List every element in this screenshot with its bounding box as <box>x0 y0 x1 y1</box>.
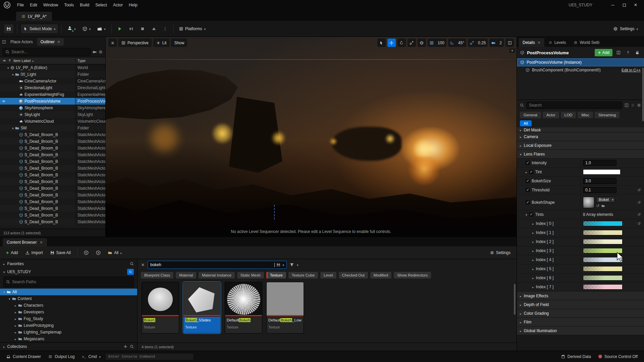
expander-icon[interactable] <box>532 276 534 280</box>
tree-item-content[interactable]: Content <box>0 295 137 302</box>
grid-snap-control[interactable]: 100 <box>428 39 446 47</box>
outliner-settings-icon[interactable] <box>99 50 103 54</box>
search-icon[interactable] <box>130 262 134 266</box>
tint-color-bar[interactable] <box>583 221 623 226</box>
intensity-input[interactable]: 1.0 <box>583 160 616 166</box>
filter-checked-out[interactable]: Checked Out <box>339 272 368 279</box>
component-instance-row[interactable]: PostProcessVolume (Instance) <box>517 58 644 66</box>
display-options-icon[interactable] <box>625 103 629 107</box>
expander-icon[interactable] <box>15 330 16 335</box>
settings-dropdown[interactable]: Settings <box>610 24 641 34</box>
source-control-button[interactable]: Source Control Off <box>595 351 641 362</box>
pin-icon[interactable] <box>8 59 11 62</box>
grid-snap-value[interactable]: 100 <box>436 39 446 47</box>
close-icon[interactable] <box>40 241 43 244</box>
menu-file[interactable]: File <box>14 0 27 10</box>
tint-color-bar[interactable] <box>583 275 623 281</box>
move-tool-button[interactable] <box>387 39 396 47</box>
section-local-exposure[interactable]: Local Exposure <box>517 141 644 150</box>
filter-static-mesh[interactable]: Static Mesh <box>237 272 264 279</box>
close-button[interactable] <box>630 0 641 10</box>
play-options-button[interactable] <box>160 24 170 34</box>
tint-color-bar[interactable] <box>583 239 623 244</box>
use-selected-icon[interactable] <box>596 203 599 208</box>
tree-item-characters[interactable]: Characters <box>0 302 137 309</box>
section-color-grading[interactable]: Color Grading <box>517 309 644 318</box>
tint-color-bar[interactable] <box>583 266 623 272</box>
table-row[interactable]: S_Dead_Broom_BStaticMeshActor <box>0 185 105 192</box>
table-row[interactable]: S_Dead_Broom_BStaticMeshActor <box>0 205 105 212</box>
search-icon[interactable] <box>130 345 134 349</box>
close-icon[interactable] <box>537 41 541 44</box>
table-row[interactable]: SkyAtmosphereSkyAtmosphere <box>0 105 105 111</box>
table-row[interactable]: S_Dead_Broom_BStaticMeshActor <box>0 131 105 138</box>
scrollbar[interactable] <box>642 68 644 121</box>
table-row[interactable]: CineCameraActorCineCameraActor <box>0 78 105 84</box>
table-row[interactable]: VolumetricCloudVolumetricCloud <box>0 118 105 125</box>
reset-icon[interactable] <box>636 212 642 217</box>
tree-item-developers[interactable]: Developers <box>0 309 137 315</box>
bokeh-size-input[interactable]: 3.0 <box>583 178 616 184</box>
help-icon[interactable] <box>625 49 631 56</box>
asset-search-field[interactable] <box>148 261 287 269</box>
content-settings-button[interactable]: Settings <box>487 248 513 257</box>
browse-icon[interactable] <box>615 49 622 56</box>
override-checkbox[interactable] <box>526 188 530 192</box>
tab-place-actors[interactable]: Place Actors <box>7 38 36 46</box>
table-row[interactable]: DirectionalLightDirectionalLight <box>0 84 105 91</box>
scale-tool-button[interactable] <box>408 39 416 47</box>
table-row[interactable]: SMFolder <box>0 125 105 131</box>
stop-button[interactable] <box>138 24 148 34</box>
menu-help[interactable]: Help <box>126 0 141 10</box>
table-row[interactable]: 00_LightFolder <box>0 71 105 78</box>
table-row[interactable]: S_Dead_Broom_BStaticMeshActor <box>0 165 105 172</box>
table-row[interactable]: S_Dead_Broom_BStaticMeshActor <box>0 198 105 205</box>
reset-icon[interactable] <box>636 188 642 192</box>
paths-search-field[interactable] <box>3 277 134 287</box>
override-checkbox[interactable] <box>526 200 530 204</box>
table-row[interactable]: S_Dead_Broom_BStaticMeshActor <box>0 219 105 225</box>
menu-select[interactable]: Select <box>92 0 110 10</box>
edit-in-cpp-link[interactable]: Edit in C++ <box>622 68 641 72</box>
rotation-snap-control[interactable]: 45° <box>448 39 466 47</box>
section-dirt-mask[interactable]: Dirt Mask <box>517 127 644 132</box>
table-row[interactable]: S_Dead_Broom_BStaticMeshActor <box>0 212 105 219</box>
chevron-down-icon[interactable] <box>297 262 299 267</box>
content-drawer-button[interactable]: Content Drawer <box>3 351 44 362</box>
perspective-dropdown[interactable]: Perspective <box>118 39 152 47</box>
import-button[interactable]: Import <box>23 248 46 257</box>
expander-icon[interactable] <box>15 310 16 314</box>
threshold-input[interactable]: 0.1 <box>583 187 616 193</box>
save-all-button[interactable]: Save All <box>48 248 73 257</box>
outliner-filter-icon[interactable] <box>93 50 97 54</box>
eye-icon[interactable] <box>3 59 6 62</box>
filter-material-instance[interactable]: Material Instance <box>199 272 235 279</box>
table-row[interactable]: ExponentialHeightFogExponentialHeightFog <box>0 91 105 98</box>
column-type[interactable]: Type <box>75 59 105 63</box>
tint-color-bar[interactable] <box>583 257 623 262</box>
favorites-header[interactable]: Favorites <box>0 260 137 268</box>
minimize-button[interactable] <box>607 0 619 10</box>
scrollbar[interactable] <box>514 284 516 315</box>
expander-icon[interactable] <box>526 170 527 174</box>
brush-component-row[interactable]: BrushComponent (BrushComponent0) Edit in… <box>517 66 644 74</box>
tab-levels[interactable]: Levels <box>545 38 570 47</box>
expander-icon[interactable] <box>532 230 534 235</box>
filter-texture[interactable]: Texture <box>266 272 286 279</box>
details-search-field[interactable] <box>526 102 622 109</box>
outliner-search-input[interactable] <box>11 50 88 54</box>
section-film[interactable]: Film <box>517 318 644 326</box>
asset-tile-defaultbokeh-low[interactable]: DefaultBokeh_Low Texture <box>266 282 304 334</box>
section-image-effects[interactable]: Image Effects <box>517 292 644 300</box>
path-search-toggle[interactable] <box>127 269 134 275</box>
cinematics-dropdown[interactable] <box>95 24 108 34</box>
cat-actor[interactable]: Actor <box>543 112 559 118</box>
section-depth-of-field[interactable]: Depth of Field <box>517 300 644 309</box>
select-tool-button[interactable] <box>377 39 386 47</box>
camera-speed-value[interactable]: 2 <box>497 39 504 47</box>
details-search-input[interactable] <box>529 103 620 108</box>
filter-level[interactable]: Level <box>320 272 336 279</box>
override-checkbox[interactable] <box>526 161 530 165</box>
tint-color-bar[interactable] <box>583 248 623 253</box>
tint-color-bar[interactable] <box>583 230 623 235</box>
